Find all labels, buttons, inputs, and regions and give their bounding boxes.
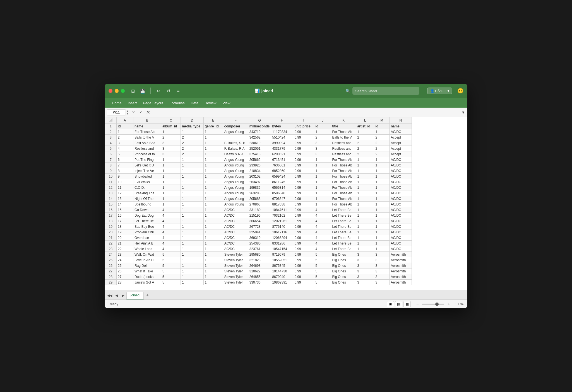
cell-N29[interactable]: Aerosmith	[390, 280, 412, 285]
row-header-7[interactable]: 7	[105, 157, 117, 163]
cell-F15[interactable]: Angus Young	[223, 202, 248, 207]
cell-I18[interactable]: 0.99	[293, 218, 314, 224]
cell-N15[interactable]: AC/DC	[390, 202, 412, 207]
cell-G29[interactable]: 330736	[248, 280, 271, 285]
cell-B23[interactable]: Whole Lotta	[133, 246, 161, 252]
row-header-26[interactable]: 26	[105, 263, 117, 268]
cell-C5[interactable]: 3	[161, 146, 181, 151]
cell-J14[interactable]: 1	[314, 196, 331, 202]
cell-C1[interactable]: album_id	[161, 124, 181, 129]
cell-I9[interactable]: 0.99	[293, 168, 314, 174]
cell-M23[interactable]: 1	[374, 246, 390, 252]
sidebar-icon[interactable]: ⊞	[129, 87, 136, 95]
share-button[interactable]: 👤+ Share ▾	[427, 88, 452, 94]
cell-F8[interactable]: Angus Young	[223, 163, 248, 168]
cell-M14[interactable]: 1	[374, 196, 390, 202]
cell-B19[interactable]: Bad Boy Boo	[133, 224, 161, 229]
cell-G26[interactable]: 264698	[248, 263, 271, 268]
cell-C26[interactable]: 5	[161, 263, 181, 268]
cell-K8[interactable]: For Those Ab	[331, 163, 356, 168]
cell-M17[interactable]: 1	[374, 213, 390, 218]
cell-D1[interactable]: media_type_	[181, 124, 204, 129]
cell-J27[interactable]: 5	[314, 268, 331, 274]
cell-G12[interactable]: 199836	[248, 185, 271, 190]
cell-G28[interactable]: 264855	[248, 274, 271, 280]
cell-C14[interactable]: 1	[161, 196, 181, 202]
zoom-slider[interactable]	[422, 304, 444, 305]
cell-L16[interactable]: 1	[356, 207, 374, 213]
col-header-C[interactable]: C	[161, 117, 181, 124]
cell-B17[interactable]: Dog Eat Dog	[133, 213, 161, 218]
cell-L6[interactable]: 2	[356, 151, 374, 157]
cell-J9[interactable]: 1	[314, 168, 331, 174]
row-header-6[interactable]: 6	[105, 151, 117, 157]
cell-E20[interactable]: 1	[203, 229, 223, 235]
cell-K26[interactable]: Big Ones	[331, 263, 356, 268]
cell-D22[interactable]: 1	[181, 241, 204, 246]
cell-F1[interactable]: composer	[223, 124, 248, 129]
cell-L25[interactable]: 3	[356, 257, 374, 263]
cell-J24[interactable]: 5	[314, 252, 331, 257]
cell-D15[interactable]: 1	[181, 202, 204, 207]
fx-button[interactable]: fx	[145, 109, 151, 115]
cell-L12[interactable]: 1	[356, 185, 374, 190]
undo-icon[interactable]: ↩	[155, 87, 162, 95]
cell-L1[interactable]: artist_id	[356, 124, 374, 129]
cell-K17[interactable]: Let There Be	[331, 213, 356, 218]
cell-F17[interactable]: AC/DC	[223, 213, 248, 218]
cell-F18[interactable]: AC/DC	[223, 218, 248, 224]
cell-B22[interactable]: Hell Ain't A B	[133, 241, 161, 246]
cell-I22[interactable]: 0.99	[293, 241, 314, 246]
cell-E29[interactable]: 1	[203, 280, 223, 285]
menu-insert[interactable]: Insert	[125, 100, 140, 106]
cell-K3[interactable]: Balls to the V	[331, 135, 356, 140]
cell-N24[interactable]: Aerosmith	[390, 252, 412, 257]
cell-N6[interactable]: Accept	[390, 151, 412, 157]
cell-I25[interactable]: 0.99	[293, 257, 314, 263]
cell-B21[interactable]: Overdose	[133, 235, 161, 241]
cell-C10[interactable]: 1	[161, 174, 181, 179]
cell-G18[interactable]: 366654	[248, 218, 271, 224]
cell-H21[interactable]: 12066294	[271, 235, 293, 241]
cell-E22[interactable]: 1	[203, 241, 223, 246]
cell-N5[interactable]: Accept	[390, 146, 412, 151]
cell-K16[interactable]: Let There Be	[331, 207, 356, 213]
cell-N18[interactable]: AC/DC	[390, 218, 412, 224]
cell-I10[interactable]: 0.99	[293, 174, 314, 179]
row-header-18[interactable]: 18	[105, 218, 117, 224]
cell-I24[interactable]: 0.99	[293, 252, 314, 257]
cell-J10[interactable]: 1	[314, 174, 331, 179]
cell-L15[interactable]: 1	[356, 202, 374, 207]
cell-H20[interactable]: 10617116	[271, 229, 293, 235]
row-header-27[interactable]: 27	[105, 268, 117, 274]
cell-E11[interactable]: 1	[203, 179, 223, 185]
cell-M19[interactable]: 1	[374, 224, 390, 229]
row-header-14[interactable]: 14	[105, 196, 117, 202]
cell-A6[interactable]: 5	[117, 151, 133, 157]
tab-nav-first[interactable]: ◀◀	[107, 293, 112, 298]
maximize-button[interactable]	[121, 89, 125, 93]
cell-C7[interactable]: 1	[161, 157, 181, 163]
cell-B14[interactable]: Night Of The	[133, 196, 161, 202]
row-header-2[interactable]: 2	[105, 129, 117, 135]
cell-B24[interactable]: Walk On Wat	[133, 252, 161, 257]
cell-K21[interactable]: Let There Be	[331, 235, 356, 241]
cell-M21[interactable]: 1	[374, 235, 390, 241]
cell-M4[interactable]: 2	[374, 140, 390, 146]
cell-A24[interactable]: 23	[117, 252, 133, 257]
cell-A23[interactable]: 22	[117, 246, 133, 252]
sheet-container[interactable]: A B C D E F G H I J K L M N 1idnamealbum…	[105, 117, 467, 290]
cell-E12[interactable]: 1	[203, 185, 223, 190]
col-header-K[interactable]: K	[331, 117, 356, 124]
cell-J21[interactable]: 4	[314, 235, 331, 241]
cell-N13[interactable]: AC/DC	[390, 190, 412, 196]
cell-H8[interactable]: 7636561	[271, 163, 293, 168]
cell-H12[interactable]: 6566314	[271, 185, 293, 190]
cell-F25[interactable]: Steven Tyler,	[223, 257, 248, 263]
cell-I16[interactable]: 0.99	[293, 207, 314, 213]
cell-I7[interactable]: 0.99	[293, 157, 314, 163]
cell-I12[interactable]: 0.99	[293, 185, 314, 190]
cell-G10[interactable]: 203102	[248, 174, 271, 179]
cell-D17[interactable]: 1	[181, 213, 204, 218]
row-header-15[interactable]: 15	[105, 202, 117, 207]
